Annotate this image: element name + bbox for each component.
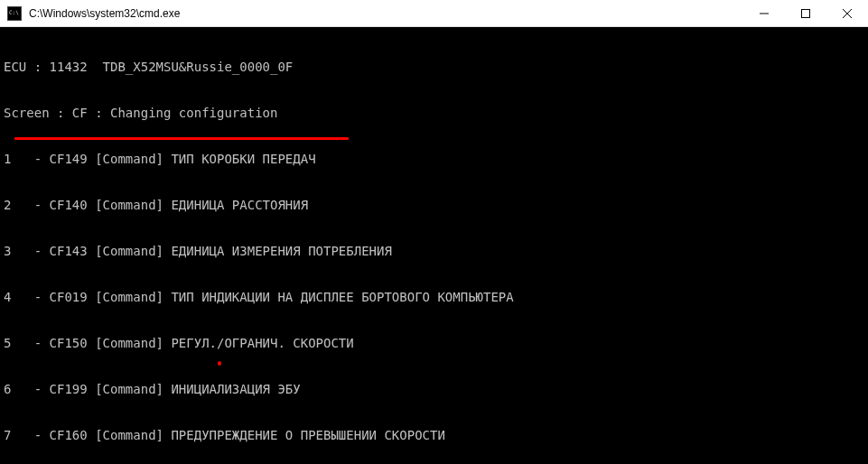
annotation-dot [218,361,221,366]
cmd-app-icon [7,6,22,21]
menu-item: 2 - CF140 [Command] ЕДИНИЦА РАССТОЯНИЯ [4,198,864,213]
menu-item: 4 - CF019 [Command] ТИП ИНДИКАЦИИ НА ДИС… [4,290,864,305]
menu-item: 6 - CF199 [Command] ИНИЦИАЛИЗАЦИЯ ЭБУ [4,382,864,397]
menu-item: 7 - CF160 [Command] ПРЕДУПРЕЖДЕНИЕ О ПРЕ… [4,428,864,443]
close-button[interactable] [826,0,868,26]
minimize-button[interactable] [743,0,785,26]
highlight-underline [14,137,349,140]
screen-line: Screen : CF : Changing configuration [4,106,864,121]
menu-item: 5 - CF150 [Command] РЕГУЛ./ОГРАНИЧ. СКОР… [4,336,864,351]
menu-item: 3 - CF143 [Command] ЕДИНИЦА ИЗМЕРЕНИЯ ПО… [4,244,864,259]
menu-item: 1 - CF149 [Command] ТИП КОРОБКИ ПЕРЕДАЧ [4,152,864,167]
window-title: C:\Windows\system32\cmd.exe [29,7,743,20]
window-titlebar: C:\Windows\system32\cmd.exe [0,0,868,27]
ecu-line: ECU : 11432 TDB_X52MSU&Russie_0000_0F [4,60,864,75]
svg-rect-1 [802,9,810,17]
terminal-output[interactable]: ECU : 11432 TDB_X52MSU&Russie_0000_0F Sc… [0,27,868,464]
maximize-button[interactable] [785,0,826,26]
window-controls [743,0,868,26]
